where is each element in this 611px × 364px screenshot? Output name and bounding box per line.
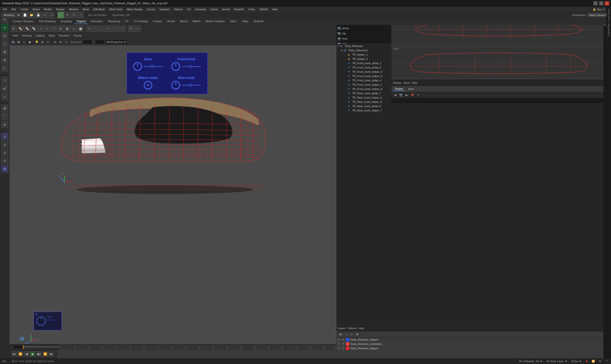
menu-deform[interactable]: Deform xyxy=(172,7,185,11)
rigging-icon-6[interactable]: ↙ xyxy=(44,26,50,32)
camera-icon[interactable]: 📷 xyxy=(11,39,16,45)
mel-indicator[interactable]: MEL xyxy=(2,360,7,363)
tab-arnold[interactable]: Arnold xyxy=(165,19,177,24)
tree-item-tesla-robovan[interactable]: ▼ ⊟ Tesla_Robovan xyxy=(336,44,391,48)
tab-bifrost[interactable]: Bifrost xyxy=(178,19,190,24)
camera-row-persp[interactable]: 📷 persp xyxy=(336,26,391,31)
front-viewport[interactable]: front xyxy=(391,46,606,80)
menu-uv[interactable]: UV xyxy=(185,7,193,11)
play-button[interactable]: ▶ xyxy=(30,351,35,357)
playback-settings-icon[interactable]: ⚙ xyxy=(598,359,602,364)
menu-select[interactable]: Select xyxy=(30,7,42,11)
tree-item-rear-helper7[interactable]: ✦ TR_Rear_trunk_helper_7 xyxy=(336,108,391,113)
shading-menu[interactable]: Shading xyxy=(21,34,32,38)
tree-item-rear-helper4[interactable]: ✦ TR_Rear_trunk_helper_4 xyxy=(336,95,391,100)
tree-item-helper2[interactable]: ◈ TR_Helper_2 xyxy=(336,57,391,61)
step-forward-button[interactable]: ⏩ xyxy=(42,351,48,357)
menu-generate[interactable]: Generate xyxy=(193,7,208,11)
gamma-input[interactable]: 1.00 xyxy=(95,40,105,44)
sculpt-icon[interactable]: ⌾ xyxy=(1,92,9,100)
anim-layer-select[interactable]: No Anim Layer xyxy=(545,359,568,363)
tree-item-front-detail3[interactable]: ✦ TR_Front_trunk_detail_3 xyxy=(336,65,391,70)
maximize-button[interactable]: □ xyxy=(599,1,603,5)
tree-item-front-helper7[interactable]: ✦ TR_Front_trunk_helper_7 xyxy=(336,82,391,87)
menu-mesh-tools[interactable]: Mesh Tools xyxy=(108,7,124,11)
menu-cache[interactable]: Cache xyxy=(208,7,220,11)
shaded-icon[interactable]: ◼ xyxy=(27,39,32,45)
tab-vray[interactable]: VRay xyxy=(240,19,251,24)
current-frame-input[interactable] xyxy=(11,345,22,349)
tab-anim[interactable]: Anim xyxy=(406,87,416,91)
view-menu[interactable]: View xyxy=(12,34,19,38)
open-scene-icon[interactable]: 📂 xyxy=(28,12,35,18)
go-to-start-button[interactable]: ⏮ xyxy=(12,351,17,357)
camera-row-top[interactable]: 📷 top xyxy=(336,31,391,36)
minimize-button[interactable]: ─ xyxy=(593,1,598,5)
move-tool-icon[interactable]: ✛ xyxy=(64,12,70,18)
deform-icon-4[interactable]: ⊂ xyxy=(106,26,112,32)
prev-frame-button[interactable]: ◀ xyxy=(24,351,29,357)
undo-icon[interactable]: ↩ xyxy=(42,12,48,18)
deform-icon-1[interactable]: 〜 xyxy=(86,26,92,32)
redo-icon[interactable]: ↪ xyxy=(48,12,55,18)
menu-arnold[interactable]: Arnold xyxy=(220,7,232,11)
cb-pin-icon[interactable]: 📌 xyxy=(410,93,415,98)
layer-back-icon[interactable]: ◁ xyxy=(344,332,348,337)
deform-icon-3[interactable]: ⌣ xyxy=(99,26,106,32)
menu-mesh-display[interactable]: Mesh Display xyxy=(125,7,144,11)
tree-item-tesla-robovan1[interactable]: ▶ ⊟ Tesla_Robovan1 xyxy=(336,48,391,52)
tab-custom[interactable]: Custom xyxy=(150,19,164,24)
menu-redshift[interactable]: Redshift xyxy=(232,7,245,11)
rigging-icon-3[interactable]: 🦴 xyxy=(24,26,30,32)
close-button[interactable]: ✕ xyxy=(605,1,609,5)
menu-edit-mesh[interactable]: Edit Mesh xyxy=(92,7,107,11)
panels-menu[interactable]: Panels xyxy=(73,34,83,38)
constraint-icon-1[interactable]: ✛ xyxy=(128,26,134,32)
isolate-icon[interactable]: ⊕ xyxy=(52,39,57,45)
attr-display-menu[interactable]: Display xyxy=(393,81,401,84)
layer-p-helpers[interactable]: P xyxy=(342,338,345,341)
menu-window[interactable]: Window xyxy=(67,7,80,11)
layer-prev-icon[interactable]: ◀ xyxy=(338,332,343,337)
module-dropdown[interactable]: Modeling Rigging Animation Rendering xyxy=(1,13,21,17)
tab-rigging[interactable]: Rigging xyxy=(74,19,88,24)
layers-menu[interactable]: Layers xyxy=(338,327,346,330)
paint-icon[interactable]: 🖌 xyxy=(1,84,9,92)
layer-p-rigged[interactable]: P xyxy=(342,347,345,350)
cb-edit-icon[interactable]: ✎ xyxy=(416,93,421,98)
menu-mesh[interactable]: Mesh xyxy=(81,7,91,11)
cb-prev-icon[interactable]: ◀ xyxy=(393,93,397,98)
layer-icon-5[interactable]: ⊞ xyxy=(1,165,9,173)
show-menu[interactable]: Show xyxy=(48,34,56,38)
deform-icon-5[interactable]: ⌃ xyxy=(113,26,119,32)
tab-sculpting[interactable]: Sculpting xyxy=(58,19,74,24)
menu-edit[interactable]: Edit xyxy=(10,7,18,11)
menu-curves[interactable]: Curves xyxy=(145,7,157,11)
attr-help-menu[interactable]: Help xyxy=(412,81,417,84)
scale-icon[interactable]: ⤢ xyxy=(1,40,9,48)
snap-point-icon[interactable]: ⊕ xyxy=(1,121,9,128)
layer-row-rigged[interactable]: V P Tesla_Robovan_Rigged xyxy=(336,346,606,351)
tree-item-front-helper5[interactable]: ✦ TR_Front_trunk_helper_5 xyxy=(336,74,391,78)
constraint-icon-2[interactable]: + xyxy=(135,26,141,32)
universal-manip-icon[interactable]: ⊞ xyxy=(1,48,9,56)
right-scrollbar[interactable] xyxy=(603,7,606,358)
tab-animation[interactable]: Animation xyxy=(89,19,105,24)
rigging-icon-11[interactable]: ⬤ xyxy=(77,26,83,32)
save-scene-icon[interactable]: 💾 xyxy=(35,12,41,18)
hud-icon[interactable]: ◫ xyxy=(63,39,68,45)
move-icon[interactable]: ✛ xyxy=(1,24,9,31)
gamma-mode-select[interactable]: sRGB gamma xyxy=(105,39,127,44)
tab-poly-modeling[interactable]: Poly Modeling xyxy=(37,19,58,24)
lighting-quality-icon[interactable]: 💡 xyxy=(34,39,39,45)
tab-fx[interactable]: FX xyxy=(123,19,131,24)
tree-item-rear-helper5[interactable]: ✦ TR_Rear_trunk_helper_5 xyxy=(336,100,391,104)
tab-xgen[interactable]: XGen xyxy=(228,19,239,24)
lighting-menu[interactable]: Lighting xyxy=(34,34,46,38)
channel-bar-label[interactable]: Channel Bar / Layer Editor xyxy=(607,8,611,38)
tree-item-front-helper4[interactable]: ✦ TR_Front_trunk_helper_4 xyxy=(336,70,391,74)
new-scene-icon[interactable]: 📄 xyxy=(22,12,28,18)
tab-display[interactable]: Display xyxy=(393,87,405,91)
rotate-tool-icon[interactable]: ↻ xyxy=(71,12,77,18)
cb-next-icon[interactable]: ▶ xyxy=(404,93,409,98)
